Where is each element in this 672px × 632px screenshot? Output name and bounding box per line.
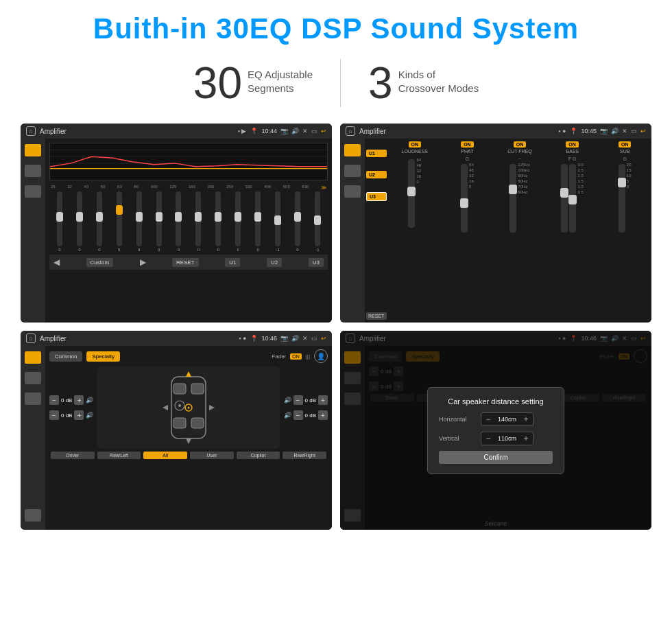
- cutfreq-on[interactable]: ON: [514, 141, 527, 148]
- camera-icon: 📷: [280, 128, 288, 134]
- left-front-plus[interactable]: +: [74, 395, 84, 405]
- sidebar-wave-icon[interactable]: [25, 165, 41, 177]
- eq-slider-7[interactable]: 0: [189, 191, 207, 252]
- sidebar-wave-amp[interactable]: [344, 165, 361, 177]
- eq-slider-1[interactable]: 0: [71, 191, 88, 252]
- confirm-button[interactable]: Confirm: [439, 451, 553, 464]
- reset-amp-btn[interactable]: RESET: [366, 312, 387, 320]
- eq-slider-2[interactable]: 0: [91, 191, 108, 252]
- sub-slider[interactable]: [619, 164, 625, 233]
- sidebar-tune-amp[interactable]: [344, 144, 361, 156]
- home-icon[interactable]: [26, 126, 36, 136]
- left-rear-plus[interactable]: +: [74, 410, 84, 420]
- screen-eq: Amplifier ▪ ▶ 📍 10:44 📷 🔊 ✕ ▭ ↩: [21, 124, 332, 323]
- u1-btn[interactable]: U1: [225, 258, 240, 267]
- horizontal-minus[interactable]: −: [484, 414, 492, 424]
- eq-slider-0[interactable]: 0: [51, 191, 69, 252]
- eq-slider-8[interactable]: 0: [209, 191, 227, 252]
- screen-body-sp: Common Specialty Fader ON ||| 👤 −: [21, 346, 332, 530]
- bass-on[interactable]: ON: [566, 141, 579, 148]
- copilot-btn[interactable]: Copilot: [237, 452, 280, 459]
- eq-slider-13[interactable]: -1: [309, 191, 326, 252]
- right-rear-val: 0 dB: [305, 412, 316, 419]
- sidebar-bt-sp[interactable]: [25, 509, 41, 522]
- custom-btn[interactable]: Custom: [86, 258, 114, 267]
- distance-dialog: Car speaker distance setting Horizontal …: [427, 387, 564, 474]
- stats-row: 30 EQ Adjustable Segments 3 Kinds of Cro…: [0, 52, 672, 118]
- screen-speaker: Amplifier ▪ ● 📍 10:46 📷 🔊 ✕ ▭ ↩: [21, 331, 332, 530]
- u2-btn[interactable]: U2: [267, 258, 282, 267]
- camera-icon-sp: 📷: [280, 335, 288, 342]
- stat-crossover-desc: Kinds of Crossover Modes: [398, 61, 479, 95]
- u3-preset[interactable]: U3: [366, 192, 387, 201]
- u3-btn[interactable]: U3: [309, 258, 324, 267]
- sidebar-vol-amp[interactable]: [344, 185, 361, 198]
- back-icon[interactable]: ↩: [321, 128, 326, 134]
- left-rear-val: 0 dB: [61, 412, 72, 419]
- eq-sliders: 0 0 0 5 0: [49, 194, 328, 252]
- sidebar-vol-sp[interactable]: [25, 393, 41, 405]
- u2-preset[interactable]: U2: [366, 171, 387, 178]
- prev-btn[interactable]: ◀: [53, 257, 60, 267]
- back-icon-sp[interactable]: ↩: [321, 335, 326, 342]
- eq-freq-labels: 2532405063 80100125160200 25032040050063…: [49, 185, 328, 191]
- left-front-minus[interactable]: −: [49, 395, 59, 405]
- profile-icon[interactable]: 👤: [314, 349, 328, 363]
- cutfreq-slider[interactable]: [509, 164, 516, 233]
- eq-slider-10[interactable]: 0: [249, 191, 267, 252]
- right-front-icon: 🔊: [284, 397, 291, 403]
- specialty-tab[interactable]: Specialty: [86, 351, 119, 362]
- sidebar-tune-icon[interactable]: [25, 144, 41, 156]
- sidebar-tune-sp[interactable]: [25, 351, 41, 364]
- common-tab[interactable]: Common: [49, 351, 82, 362]
- sidebar-wave-sp[interactable]: [25, 372, 41, 384]
- bass-slider2[interactable]: [569, 164, 576, 233]
- driver-btn[interactable]: Driver: [51, 452, 95, 459]
- eq-slider-6[interactable]: 0: [170, 191, 188, 252]
- svg-marker-13: [163, 405, 168, 410]
- eq-slider-12[interactable]: 0: [289, 191, 307, 252]
- status-bar-sp: Amplifier ▪ ● 📍 10:46 📷 🔊 ✕ ▭ ↩: [21, 331, 332, 346]
- eq-slider-5[interactable]: 0: [150, 191, 168, 252]
- phat-slider[interactable]: [461, 164, 468, 233]
- screen-body-eq: 2532405063 80100125160200 25032040050063…: [21, 139, 332, 323]
- home-icon-amp[interactable]: [346, 126, 355, 136]
- rearleft-btn[interactable]: RearLeft: [97, 452, 141, 459]
- phat-on[interactable]: ON: [461, 141, 474, 148]
- right-front-plus[interactable]: +: [318, 395, 328, 405]
- record-icon-amp: ▪ ●: [558, 128, 566, 134]
- next-btn[interactable]: ▶: [140, 257, 146, 267]
- horizontal-plus[interactable]: +: [522, 414, 530, 424]
- loudness-slider[interactable]: [408, 159, 415, 228]
- left-rear-minus[interactable]: −: [49, 410, 59, 420]
- right-rear-plus[interactable]: +: [318, 410, 328, 420]
- rearright-btn[interactable]: RearRight: [283, 452, 326, 459]
- cutfreq-nums: 125Hz100Hz90Hz80Hz70Hz60Hz: [518, 163, 529, 234]
- screen-amp: Amplifier ▪ ● 📍 10:45 📷 🔊 ✕ ▭ ↩: [340, 124, 651, 323]
- user-btn[interactable]: User: [190, 452, 234, 459]
- right-rear-minus[interactable]: −: [293, 410, 303, 420]
- eq-slider-4[interactable]: 0: [130, 191, 148, 252]
- loudness-on[interactable]: ON: [409, 141, 422, 148]
- eq-slider-3[interactable]: 5: [110, 191, 128, 252]
- status-icons-amp: 📍 10:45 📷 🔊 ✕ ▭ ↩: [570, 128, 646, 134]
- all-btn[interactable]: All: [143, 452, 187, 459]
- sub-on[interactable]: ON: [619, 141, 632, 148]
- bass-slider1[interactable]: [561, 164, 568, 233]
- car-diagram: [97, 366, 279, 449]
- reset-btn[interactable]: RESET: [172, 258, 199, 267]
- loudness-label: LOUDNESS: [402, 149, 429, 154]
- svg-rect-8: [191, 418, 204, 428]
- right-front-minus[interactable]: −: [293, 395, 303, 405]
- eq-slider-11[interactable]: -1: [269, 191, 287, 252]
- u1-preset[interactable]: U1: [366, 150, 387, 157]
- vertical-minus[interactable]: −: [484, 434, 492, 443]
- fader-on-badge[interactable]: ON: [290, 353, 302, 360]
- status-bar-eq: Amplifier ▪ ▶ 📍 10:44 📷 🔊 ✕ ▭ ↩: [21, 124, 332, 139]
- sidebar-vol-icon[interactable]: [25, 185, 41, 198]
- back-icon-amp[interactable]: ↩: [640, 128, 646, 134]
- vertical-plus[interactable]: +: [522, 434, 530, 443]
- eq-slider-9[interactable]: 0: [229, 191, 247, 252]
- home-icon-sp[interactable]: [26, 333, 36, 343]
- location-icon-sp: 📍: [250, 335, 258, 342]
